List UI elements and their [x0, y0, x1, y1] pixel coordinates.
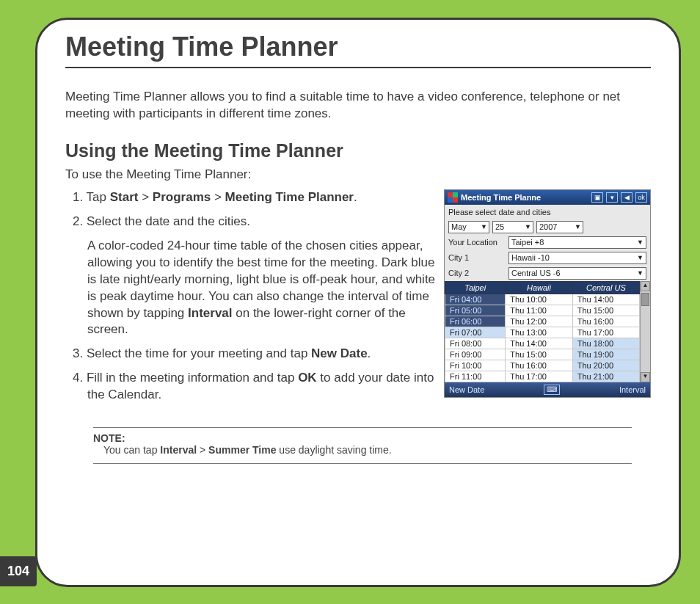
step-2-detail: A color-coded 24-hour time table of the … — [87, 238, 437, 339]
device-title-bar: Meeting Time Planne ▣ ▾ ◀ ok — [445, 190, 650, 205]
city2-row: City 2 Central US -6▼ — [445, 266, 650, 281]
col-header: Hawaii — [506, 281, 572, 294]
table-row[interactable]: Fri 08:00Thu 14:00Thu 18:00 — [445, 338, 640, 349]
keyboard-icon[interactable]: ⌨ — [544, 385, 560, 395]
device-instruction: Please select date and cities — [445, 205, 650, 219]
day-select[interactable]: 25▼ — [492, 221, 533, 233]
intro-paragraph: Meeting Time Planner allows you to find … — [65, 89, 651, 123]
table-row[interactable]: Fri 07:00Thu 13:00Thu 17:00 — [445, 327, 640, 338]
time-cell[interactable]: Thu 11:00 — [506, 305, 572, 316]
connectivity-icon[interactable]: ▣ — [591, 192, 603, 203]
section-lead: To use the Meeting Time Planner: — [65, 167, 651, 182]
time-cell[interactable]: Thu 13:00 — [506, 327, 572, 338]
new-date-softkey[interactable]: New Date — [449, 385, 484, 394]
scroll-down-icon[interactable]: ▼ — [641, 372, 650, 382]
chevron-down-icon: ▼ — [637, 239, 644, 246]
scroll-up-icon[interactable]: ▲ — [641, 281, 650, 291]
location-label: Your Location — [448, 238, 506, 247]
table-row[interactable]: Fri 05:00Thu 11:00Thu 15:00 — [445, 305, 640, 316]
note-text: You can tap Interval > Summer Time use d… — [93, 444, 632, 456]
table-row[interactable]: Fri 06:00Thu 12:00Thu 16:00 — [445, 316, 640, 327]
time-cell[interactable]: Thu 14:00 — [506, 338, 572, 349]
city1-input[interactable]: Hawaii -10▼ — [508, 252, 646, 264]
location-row: Your Location Taipei +8▼ — [445, 235, 650, 250]
page-number: 104 — [0, 556, 37, 586]
time-cell[interactable]: Thu 20:00 — [572, 360, 639, 371]
volume-icon[interactable]: ◀ — [621, 192, 632, 203]
chevron-down-icon: ▼ — [637, 254, 644, 261]
scrollbar[interactable]: ▲ ▼ — [640, 281, 650, 382]
note-label: NOTE: — [93, 432, 632, 444]
table-header-row: Taipei Hawaii Central US — [445, 281, 640, 294]
time-table[interactable]: Taipei Hawaii Central US Fri 04:00Thu 10… — [445, 281, 640, 382]
device-screenshot: Meeting Time Planne ▣ ▾ ◀ ok Please sele… — [444, 189, 651, 398]
time-cell[interactable]: Thu 12:00 — [506, 316, 572, 327]
city1-row: City 1 Hawaii -10▼ — [445, 250, 650, 266]
chevron-down-icon: ▼ — [575, 223, 581, 230]
month-select[interactable]: May▼ — [448, 221, 489, 233]
time-cell[interactable]: Thu 14:00 — [572, 294, 639, 305]
table-row[interactable]: Fri 04:00Thu 10:00Thu 14:00 — [445, 294, 640, 305]
step-4: 4. Fill in the meeting information and t… — [87, 370, 437, 404]
time-cell[interactable]: Thu 15:00 — [506, 349, 572, 360]
city2-label: City 2 — [448, 269, 506, 277]
date-row: May▼ 25▼ 2007▼ — [445, 219, 650, 235]
time-table-wrap: Taipei Hawaii Central US Fri 04:00Thu 10… — [445, 281, 650, 382]
table-row[interactable]: Fri 09:00Thu 15:00Thu 19:00 — [445, 349, 640, 360]
time-cell[interactable]: Thu 10:00 — [506, 294, 572, 305]
step-3: 3. Select the time for your meeting and … — [87, 346, 437, 363]
time-cell[interactable]: Thu 16:00 — [506, 360, 572, 371]
step-2: 2. Select the date and the cities. — [87, 214, 437, 230]
col-header: Central US — [572, 281, 639, 294]
city2-input[interactable]: Central US -6▼ — [508, 267, 646, 280]
ok-button[interactable]: ok — [635, 192, 647, 203]
device-bottom-bar: New Date ⌨ Interval — [445, 382, 650, 397]
step-1: 1. Tap Start > Programs > Meeting Time P… — [87, 189, 437, 206]
steps-column: 1. Tap Start > Programs > Meeting Time P… — [65, 189, 437, 411]
col-header: Taipei — [445, 281, 506, 294]
time-cell[interactable]: Fri 05:00 — [445, 305, 506, 316]
time-cell[interactable]: Thu 19:00 — [572, 349, 639, 360]
interval-softkey[interactable]: Interval — [619, 385, 646, 394]
chevron-down-icon: ▼ — [525, 223, 531, 230]
table-row[interactable]: Fri 11:00Thu 17:00Thu 21:00 — [445, 371, 640, 382]
time-cell[interactable]: Thu 16:00 — [572, 316, 639, 327]
time-cell[interactable]: Fri 08:00 — [445, 338, 506, 349]
time-cell[interactable]: Fri 07:00 — [445, 327, 506, 338]
scroll-thumb[interactable] — [641, 293, 649, 306]
time-cell[interactable]: Fri 10:00 — [445, 360, 506, 371]
time-cell[interactable]: Fri 06:00 — [445, 316, 506, 327]
page-frame: Meeting Time Planner Meeting Time Planne… — [35, 18, 681, 587]
windows-flag-icon — [448, 192, 458, 203]
time-cell[interactable]: Thu 17:00 — [506, 371, 572, 382]
time-cell[interactable]: Fri 09:00 — [445, 349, 506, 360]
location-input[interactable]: Taipei +8▼ — [508, 236, 646, 249]
time-cell[interactable]: Thu 15:00 — [572, 305, 639, 316]
page-title: Meeting Time Planner — [65, 32, 651, 68]
time-cell[interactable]: Fri 04:00 — [445, 294, 506, 305]
chevron-down-icon: ▼ — [637, 269, 644, 277]
time-cell[interactable]: Thu 21:00 — [572, 371, 639, 382]
note-box: NOTE: You can tap Interval > Summer Time… — [93, 427, 632, 464]
device-title: Meeting Time Planne — [461, 193, 588, 202]
table-row[interactable]: Fri 10:00Thu 16:00Thu 20:00 — [445, 360, 640, 371]
time-cell[interactable]: Thu 18:00 — [572, 338, 639, 349]
section-heading: Using the Meeting Time Planner — [65, 140, 651, 161]
chevron-down-icon: ▼ — [481, 223, 487, 230]
time-cell[interactable]: Thu 17:00 — [572, 327, 639, 338]
year-select[interactable]: 2007▼ — [536, 221, 583, 233]
time-cell[interactable]: Fri 11:00 — [445, 371, 506, 382]
city1-label: City 1 — [448, 253, 506, 262]
signal-icon[interactable]: ▾ — [606, 192, 618, 203]
content-row: 1. Tap Start > Programs > Meeting Time P… — [65, 189, 651, 411]
